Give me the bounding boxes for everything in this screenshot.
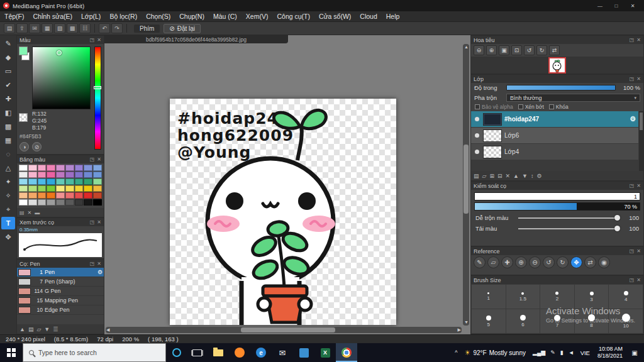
brush-size-input[interactable]: 1	[474, 192, 640, 200]
palette-swatch[interactable]	[28, 172, 37, 178]
slider-knob[interactable]	[614, 226, 620, 231]
palette-swatch[interactable]	[19, 199, 28, 206]
brush-menu-icon[interactable]: ☰	[53, 326, 58, 332]
brush-size-option[interactable]: 6	[506, 309, 540, 333]
popout-icon[interactable]: ◳	[630, 248, 635, 254]
palette-swatch[interactable]	[75, 192, 84, 199]
brush-item[interactable]: 15Mapping Pen	[17, 296, 104, 305]
palette-swatch[interactable]	[56, 192, 65, 199]
popout-icon[interactable]: ◳	[630, 277, 635, 283]
layer-item[interactable]: Lớp4	[471, 144, 638, 160]
palette-swatch[interactable]	[38, 192, 47, 199]
eraser-tool[interactable]: ◆	[1, 51, 15, 63]
document-tab[interactable]: bdbf5954b17c058de06f44e8a3995b82.jpg	[104, 35, 288, 43]
grid-icon[interactable]: ▩	[67, 23, 78, 33]
menu-item-8[interactable]: Công cụ(T)	[272, 11, 314, 21]
palette-swatch[interactable]	[38, 199, 47, 206]
brush-size-option[interactable]: 2	[540, 285, 574, 309]
popout-icon[interactable]: ◳	[90, 219, 95, 225]
ref-rotate-right-icon[interactable]: ↻	[557, 256, 569, 268]
brush-item[interactable]: 7Pen (Sharp)	[17, 277, 104, 287]
brush-size-option[interactable]: 10	[609, 309, 643, 333]
cortana-button[interactable]	[166, 343, 187, 362]
brush-up-icon[interactable]: ▲	[19, 326, 25, 332]
scroll-up-icon[interactable]: ▲	[464, 44, 469, 50]
navigator-thumbnail[interactable]	[548, 57, 566, 74]
layer-checkbox[interactable]: Khóa	[549, 104, 569, 110]
popout-icon[interactable]: ◳	[630, 37, 635, 43]
close-icon[interactable]: ✕	[636, 76, 641, 82]
redo-icon[interactable]: ↷	[111, 23, 123, 33]
merge-layer-icon[interactable]: ⊟	[497, 173, 502, 179]
ref-add-icon[interactable]: ✚	[501, 256, 513, 268]
palette-swatch[interactable]	[19, 185, 28, 192]
layer-list-scrollbar[interactable]	[639, 111, 643, 171]
palette-swatch[interactable]	[38, 185, 47, 192]
brush-size-option[interactable]: 5	[472, 309, 506, 333]
scroll-thumb[interactable]	[640, 112, 643, 130]
duplicate-layer-icon[interactable]: ⊞	[489, 173, 494, 179]
battery-icon[interactable]: ▮	[558, 349, 566, 356]
ref-flip-icon[interactable]: ⇄	[584, 256, 596, 268]
menu-item-9[interactable]: Cửa sổ(W)	[314, 11, 355, 21]
upload-icon[interactable]: ⇧	[16, 23, 28, 33]
opacity-slider[interactable]	[506, 85, 616, 90]
palette-swatch[interactable]	[65, 178, 74, 185]
brush-size-option[interactable]: 3	[575, 285, 609, 309]
close-icon[interactable]: ✕	[97, 37, 101, 43]
palette-swatch[interactable]	[19, 178, 28, 185]
chrome-icon[interactable]	[336, 343, 357, 362]
palette-swatch[interactable]	[38, 165, 47, 171]
rotate-left-icon[interactable]: ↺	[524, 45, 535, 55]
pen-input-icon[interactable]: ✎	[548, 349, 558, 356]
start-button[interactable]	[0, 343, 23, 362]
move-tool[interactable]: ✚	[1, 92, 15, 105]
brush-item[interactable]: 114G Pen	[17, 287, 104, 296]
menu-item-3[interactable]: Bộ lọc(R)	[105, 11, 142, 21]
weather-widget[interactable]: ☀ 92°F Mostly sunny	[460, 349, 530, 357]
vertical-scroll-thumb[interactable]	[464, 145, 469, 214]
layer-down-icon[interactable]: ▼	[522, 173, 528, 179]
maximize-button[interactable]: □	[608, 0, 625, 11]
palette-swatch[interactable]	[75, 178, 84, 185]
menu-item-0[interactable]: Tệp(F)	[0, 11, 29, 21]
brush-size-option[interactable]: 1	[472, 285, 506, 309]
copy-icon[interactable]: ▧	[54, 23, 65, 33]
rotate-right-icon[interactable]: ↻	[536, 45, 547, 55]
load-color-slider[interactable]	[518, 228, 620, 229]
palette-swatch[interactable]	[65, 199, 74, 206]
color-wheel-icon[interactable]: ◑	[19, 142, 29, 151]
hand-tool[interactable]: ✥	[1, 231, 15, 243]
color-bar-icon[interactable]: ▬	[35, 210, 40, 216]
palette-swatch[interactable]	[75, 185, 84, 192]
close-icon[interactable]: ✕	[636, 277, 641, 283]
edge-icon[interactable]: e	[250, 343, 272, 362]
transparent-color-icon[interactable]: ⊘	[32, 142, 42, 151]
palette-swatch[interactable]	[93, 172, 102, 178]
ref-zoom-in-icon[interactable]: ⊕	[515, 256, 527, 268]
scroll-right-icon[interactable]: ▶	[458, 327, 461, 333]
saturation-value-box[interactable]	[32, 47, 91, 109]
gear-icon[interactable]: ⚙	[97, 269, 103, 275]
taskbar-search-input[interactable]: Type here to search	[23, 343, 166, 362]
close-icon[interactable]: ✕	[636, 37, 641, 43]
vertical-scrollbar[interactable]: ▲ ▼	[463, 44, 469, 326]
eyedropper-tool[interactable]: ✧	[1, 189, 15, 202]
layer-item[interactable]: Lớp6	[471, 128, 638, 144]
stroke-tool[interactable]: ✔	[1, 79, 15, 91]
menu-item-11[interactable]: Help	[382, 11, 404, 21]
canvas[interactable]: #hoidap247 hong622009 @Young	[170, 99, 396, 325]
menu-item-6[interactable]: Màu (C)	[209, 11, 242, 21]
palette-swatch[interactable]	[65, 185, 74, 192]
brush-size-option[interactable]: 8	[575, 309, 609, 333]
close-icon[interactable]: ✕	[636, 248, 641, 254]
layer-up-icon[interactable]: ▲	[513, 173, 519, 179]
new-color-icon[interactable]: ▤	[19, 210, 25, 216]
layer-transfer-icon[interactable]: ↕	[531, 173, 534, 179]
palette-swatch[interactable]	[75, 172, 84, 178]
firefox-icon[interactable]	[229, 343, 250, 362]
palette-swatch[interactable]	[19, 192, 28, 199]
rect-tool[interactable]: ▭	[1, 65, 15, 77]
zoom-in-icon[interactable]: ⊕	[486, 45, 497, 55]
ref-zoom-out-icon[interactable]: ⊖	[529, 256, 541, 268]
